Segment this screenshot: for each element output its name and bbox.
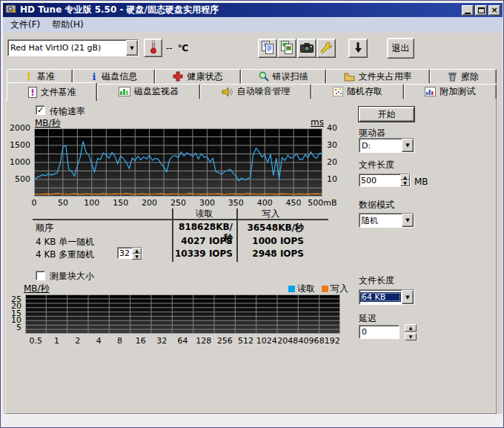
delay-spin-up[interactable]: ▲ — [405, 324, 417, 332]
magnifier-icon — [259, 71, 269, 82]
minimize-icon — [465, 13, 471, 14]
tick-label: 30 — [327, 140, 337, 150]
minimize-button[interactable] — [462, 5, 474, 16]
file-exclaim-icon: ! — [28, 87, 37, 98]
tick-label: 350 — [228, 198, 244, 208]
tick-label: 450 — [286, 198, 302, 208]
start-button[interactable]: 开始 — [359, 107, 414, 122]
screenshot-button[interactable] — [297, 39, 316, 58]
app-icon — [5, 4, 17, 16]
tick-label: 128 — [196, 336, 211, 346]
spin-up-icon[interactable]: ▲ — [400, 174, 410, 180]
transfer-rate-checkbox[interactable]: ✓ — [36, 105, 45, 115]
delay-value: 0 — [359, 326, 399, 338]
check-icon: ✓ — [37, 106, 44, 114]
write-column-header: 写入 — [238, 208, 304, 220]
data-mode-select[interactable]: 随机 ▼ — [359, 213, 414, 228]
tick-label: 512 — [238, 336, 253, 346]
chevron-down-icon[interactable]: ▼ — [402, 290, 414, 304]
delay-input[interactable]: 0 — [359, 325, 399, 339]
tab-file-benchmark[interactable]: !文件基准 — [7, 82, 97, 101]
chevron-down-icon[interactable]: ▼ — [402, 214, 414, 227]
tick-label: 50 — [58, 198, 68, 208]
tick-label: 8 — [117, 336, 122, 346]
tab-extra-tests[interactable]: 附加测试 — [404, 84, 497, 99]
chart2-y-unit: MB/秒 — [24, 283, 50, 295]
chart2-y-ticks: 510152025 — [2, 294, 24, 334]
tab-erase[interactable]: 擦除 — [430, 69, 497, 84]
tick-label: 256 — [217, 336, 233, 346]
tab-label: 擦除 — [461, 70, 479, 83]
menu-item-help[interactable]: 帮助(H) — [46, 16, 89, 33]
tick-label: 500 — [15, 174, 30, 184]
maximize-icon — [478, 7, 485, 13]
tab-label: 自动噪音管理 — [237, 85, 291, 98]
legend-read-swatch — [288, 286, 295, 292]
tab-benchmark[interactable]: !基准 — [7, 69, 73, 84]
tick-label: 16 — [136, 336, 146, 346]
svg-text:i: i — [93, 71, 96, 82]
scatter-icon — [333, 87, 343, 96]
spin-up-icon[interactable]: ▲ — [132, 248, 142, 254]
copy-text-button[interactable] — [258, 39, 277, 58]
options-button[interactable] — [316, 39, 336, 58]
bars-icon — [119, 87, 130, 96]
tab-row-1: !基准i磁盘信息健康状态错误扫描文件夹占用率擦除 — [7, 69, 497, 84]
block-size-label: 测量块大小 — [50, 270, 94, 283]
tab-aam[interactable]: 自动噪音管理 — [200, 84, 311, 99]
chevron-down-icon[interactable]: ▼ — [126, 40, 138, 56]
chart2-x-ticks: 0.512481632641282565121024204840968192 — [25, 336, 340, 346]
block-length-select[interactable]: 64 KB ▼ — [359, 289, 414, 305]
tab-health[interactable]: 健康状态 — [155, 69, 240, 84]
temperature-display: -- ℃ — [166, 43, 188, 53]
window-title: HD Tune 专业版 5.50 - 硬盘/固态硬盘实用程序 — [20, 4, 460, 16]
target-drive-select[interactable]: D: ▼ — [359, 138, 414, 153]
queue-depth-value: 32 — [118, 248, 132, 258]
temperature-unit: ℃ — [178, 43, 189, 53]
chevron-down-icon[interactable]: ▼ — [402, 139, 414, 152]
chart1-y-right-ticks: 10203040 — [325, 128, 348, 197]
tab-disk-info[interactable]: i磁盘信息 — [73, 69, 155, 84]
download-button[interactable] — [348, 39, 368, 58]
chart1-y-left-ticks: 500100015002000 — [2, 128, 33, 197]
info-icon: i — [90, 71, 98, 82]
tab-random-access[interactable]: 随机存取 — [311, 84, 403, 99]
spin-down-icon[interactable]: ▼ — [400, 180, 410, 186]
tick-label: 150 — [113, 198, 128, 208]
tab-label: 磁盘信息 — [102, 70, 137, 83]
maximize-button[interactable] — [475, 5, 487, 16]
spin-down-icon[interactable]: ▼ — [132, 254, 142, 260]
transfer-rate-label: 传输速率 — [50, 105, 85, 118]
tab-folder-usage[interactable]: 文件夹占用率 — [326, 69, 430, 84]
camera-icon — [299, 42, 314, 56]
delay-label: 延迟 — [359, 312, 377, 325]
tab-disk-monitor[interactable]: 磁盘监视器 — [97, 84, 199, 99]
4k-multi-read-value: 10339 IOPS — [172, 248, 233, 259]
menu-item-file[interactable]: 文件(F) — [4, 16, 46, 33]
tick-label: 200 — [142, 198, 157, 208]
file-length-value: 500 — [359, 174, 400, 186]
exclaim-icon: ! — [24, 71, 33, 82]
close-button[interactable]: × — [488, 5, 500, 16]
tick-label: 250 — [170, 198, 186, 208]
tick-label: 4 — [96, 336, 102, 346]
tab-label: 磁盘监视器 — [134, 85, 179, 98]
copy-image-button[interactable] — [277, 39, 296, 58]
exit-button[interactable]: 退出 — [387, 38, 414, 59]
block-size-checkbox[interactable] — [36, 271, 45, 280]
tick-label: 0 — [32, 198, 37, 208]
titlebar: HD Tune 专业版 5.50 - 硬盘/固态硬盘实用程序 × — [3, 3, 503, 17]
drive-select[interactable]: Red Hat VirtIO (21 gB) ▼ — [7, 39, 139, 56]
tab-error-scan[interactable]: 错误扫描 — [241, 69, 326, 84]
thermometer-icon — [149, 39, 158, 56]
tab-label: 随机存取 — [347, 85, 382, 98]
tick-label: 1000 — [10, 157, 30, 167]
trash-icon — [448, 71, 457, 82]
delay-spin-down[interactable]: ▼ — [405, 333, 417, 340]
file-length-spinner[interactable]: 500 ▲▼ — [359, 174, 411, 187]
chart-icon — [425, 87, 436, 96]
svg-text:!: ! — [30, 87, 35, 98]
temperature-button[interactable] — [144, 39, 162, 57]
queue-depth-spinner[interactable]: 32 ▲▼ — [117, 247, 142, 259]
tick-label: 0.5 — [29, 336, 42, 346]
